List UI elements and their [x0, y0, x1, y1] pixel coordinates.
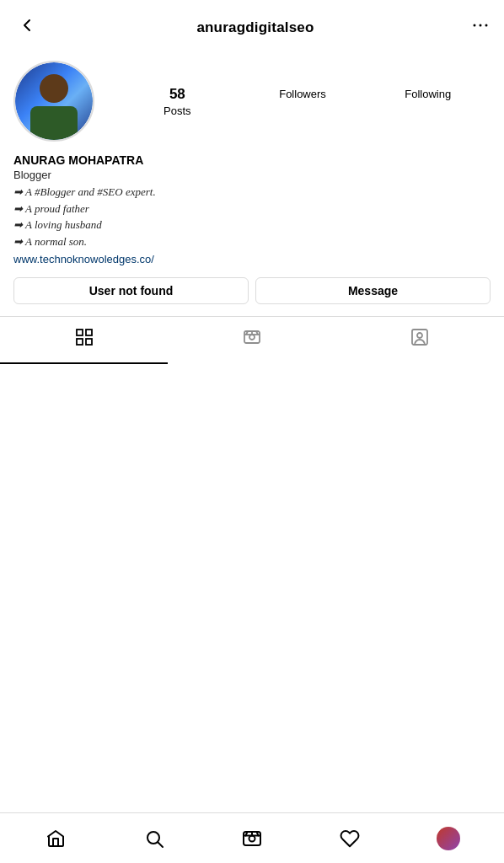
profile-action-buttons: User not found Message	[13, 277, 491, 304]
back-button[interactable]	[13, 12, 40, 44]
more-icon	[470, 15, 491, 35]
content-area	[0, 364, 504, 651]
message-button[interactable]: Message	[255, 277, 491, 304]
avatar-head	[40, 74, 68, 103]
following-stat[interactable]: Following	[365, 86, 491, 100]
reels-icon	[242, 327, 262, 352]
svg-rect-6	[86, 339, 92, 345]
profile-bio: ➡ A #Blogger and #SEO expert.➡ A proud f…	[13, 184, 491, 249]
svg-point-14	[417, 333, 422, 338]
app-header: anuragdigitalseo	[0, 0, 504, 52]
profile-stats: 58 Posts Followers Following	[115, 86, 491, 117]
bio-line: ➡ A proud father	[13, 201, 491, 217]
reels-nav-icon	[242, 828, 262, 849]
tagged-icon	[410, 327, 430, 352]
svg-rect-3	[77, 330, 83, 335]
following-label: Following	[405, 88, 451, 100]
nav-likes[interactable]	[329, 820, 371, 857]
back-icon	[17, 15, 37, 35]
followers-stat[interactable]: Followers	[240, 86, 366, 100]
heart-icon	[340, 828, 360, 849]
bio-line: ➡ A normal son.	[13, 233, 491, 250]
bio-line: ➡ A loving husband	[13, 217, 491, 233]
svg-rect-5	[77, 339, 83, 345]
profile-link[interactable]: www.technoknowoledges.co/	[13, 253, 491, 265]
header-username: anuragdigitalseo	[196, 19, 314, 36]
avatar[interactable]	[13, 61, 94, 142]
svg-rect-4	[86, 330, 92, 335]
followers-label: Followers	[279, 88, 326, 100]
more-options-button[interactable]	[470, 15, 491, 40]
svg-point-18	[249, 835, 255, 841]
profile-avatar-nav	[437, 827, 460, 850]
bio-line: ➡ A #Blogger and #SEO expert.	[13, 184, 491, 201]
tab-grid[interactable]	[0, 317, 168, 364]
nav-reels[interactable]	[231, 820, 273, 857]
svg-point-1	[479, 24, 481, 27]
nav-home[interactable]	[35, 820, 77, 857]
search-icon	[144, 828, 164, 849]
svg-point-0	[473, 24, 475, 27]
svg-point-2	[485, 24, 487, 27]
profile-section: 58 Posts Followers Following ANURAG MOHA…	[0, 52, 504, 265]
avatar-image	[15, 62, 93, 140]
bottom-navigation	[0, 812, 504, 863]
profile-name: ANURAG MOHAPATRA	[13, 153, 491, 167]
nav-search[interactable]	[133, 820, 175, 857]
nav-profile[interactable]	[427, 820, 469, 857]
user-not-found-button[interactable]: User not found	[13, 277, 249, 304]
avatar-body	[30, 106, 78, 140]
posts-count: 58	[169, 86, 185, 103]
tab-tagged[interactable]	[336, 317, 504, 364]
posts-label: Posts	[164, 105, 191, 117]
svg-line-16	[158, 842, 163, 847]
home-icon	[46, 828, 66, 849]
profile-top-row: 58 Posts Followers Following	[13, 61, 491, 142]
tab-reels[interactable]	[168, 317, 335, 364]
posts-stat[interactable]: 58 Posts	[115, 86, 240, 117]
grid-icon	[74, 327, 94, 352]
tabs-bar	[0, 316, 504, 364]
profile-bio-title: Blogger	[13, 169, 491, 181]
